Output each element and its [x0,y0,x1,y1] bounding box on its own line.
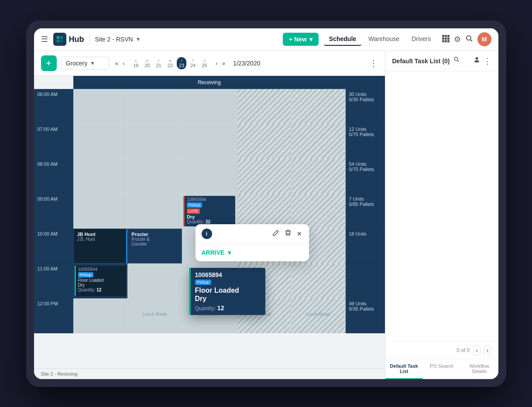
task-search-icon[interactable] [453,56,460,66]
pagination-next-button[interactable]: › [484,345,491,355]
svg-line-14 [470,40,472,41]
svg-rect-12 [447,40,450,42]
new-button-chevron-icon: ▾ [309,36,312,43]
event-id: 10865894 [187,197,233,202]
calendar-nav-next: › » [214,59,227,68]
day-pill-sat[interactable]: s 25 [199,57,209,69]
nav-prev-button[interactable]: ‹ [121,59,127,68]
cell-0900-col3[interactable]: 10865894 Pickup LATE Dry Quantity: 22 [182,194,237,229]
cell-0700-col3[interactable] [182,124,237,159]
pagination-prev-button[interactable]: ‹ [473,345,481,355]
cell-0800-col2[interactable] [127,159,182,194]
task-filter-icon[interactable] [463,56,470,66]
tab-schedule[interactable]: Schedule [324,33,361,46]
cell-0900-col1[interactable] [73,194,128,229]
svg-rect-2 [57,40,59,42]
cell-0600-col3[interactable] [182,89,237,124]
popup-edit-icon[interactable] [271,229,280,239]
add-event-button[interactable]: + [41,55,57,71]
info-1000: 18 Units [346,229,385,263]
cell-1000-col2[interactable]: Procter Procter & Gamble [127,229,182,263]
cell-0900-col4[interactable] [237,194,291,229]
event-qty: Quantity: 22 [187,219,233,224]
toolbar-more-icon[interactable]: ⋮ [369,58,378,68]
day-pill-mon[interactable]: m 20 [142,57,152,69]
tab-drivers[interactable]: Drivers [406,33,436,46]
cell-1100-col5[interactable] [291,263,346,298]
day-pill-wed[interactable]: w 22 [165,57,175,69]
cell-0800-col3[interactable] [182,159,237,194]
cell-0800-col4[interactable] [237,159,291,194]
cell-0700-col2[interactable] [127,124,182,159]
app-window: ☰ Hub Site 2 - RSVN ▼ + New [34,28,498,379]
category-label: Grocery [66,60,88,67]
menu-icon[interactable]: ☰ [41,34,48,44]
cell-0600-col2[interactable] [127,89,182,124]
tab-workflow-details[interactable]: Workflow Details [460,359,498,379]
time-1200: 12:00 PM [34,298,73,333]
cell-1100-col1[interactable]: 10065844 Pickup Floor Loaded Dry Quantit… [73,263,128,298]
tab-default-task-list[interactable]: Default Task List [385,359,423,379]
cell-1100-col2[interactable] [127,263,182,298]
event-procter[interactable]: Procter Procter & Gamble [128,229,182,263]
header-nav-tabs: Schedule Warehouse Drivers [324,33,436,46]
popup-delete-icon[interactable] [284,229,292,239]
cell-0800-col1[interactable] [73,159,128,194]
arrive-label: ARRIVE [202,249,225,256]
day-pill-fri[interactable]: f 24 [188,57,198,69]
svg-point-17 [475,57,478,60]
nav-next-button[interactable]: › [214,59,220,68]
cell-0700-col1[interactable] [73,124,128,159]
cell-0600-col5[interactable] [291,89,346,124]
event-title: Dry [187,214,233,219]
selected-date: 1/23/2020 [233,60,260,67]
cell-1200-col5[interactable]: Lunch Break [291,298,346,333]
nav-last-button[interactable]: » [220,59,227,68]
user-avatar[interactable]: M [477,32,491,46]
new-button[interactable]: + New ▾ [283,33,319,46]
svg-rect-8 [445,38,447,40]
day-pill-thu[interactable]: t 23 [177,57,186,69]
day-pill-tue[interactable]: t 21 [154,57,163,69]
cell-1200-col2[interactable]: Lunch Break [127,298,182,333]
search-icon[interactable] [465,34,473,44]
event-type-badge: Pickup [187,202,202,208]
svg-rect-11 [445,40,447,42]
task-more-icon[interactable]: ⋮ [484,56,491,66]
svg-rect-5 [445,35,447,37]
cell-0600-col1[interactable] [73,89,128,124]
svg-point-15 [454,57,458,61]
cell-1000-col1[interactable]: JB Hunt J.B. Hunt [73,229,128,263]
cell-0800-col5[interactable] [291,159,346,194]
day-pill-sun[interactable]: s 19 [131,57,141,69]
arrive-button[interactable]: ARRIVE ▾ [202,249,303,256]
cal-header-right [346,76,385,89]
cell-0600-col4[interactable] [237,89,291,124]
event-jbhunt[interactable]: JB Hunt J.B. Hunt [74,229,127,263]
grid-icon[interactable] [442,34,450,44]
popup-close-icon[interactable]: ✕ [296,229,303,238]
category-selector[interactable]: Grocery ▼ [61,57,109,70]
cell-0700-col5[interactable] [291,124,346,159]
nav-first-button[interactable]: « [113,59,120,68]
cell-0900-col2[interactable] [127,194,182,229]
cell-0900-col5[interactable] [291,194,346,229]
task-person-icon[interactable] [474,56,480,66]
svg-rect-7 [442,38,444,40]
card-qty: Quantity: 12 [195,304,261,311]
new-button-label: + New [289,36,307,43]
cell-1200-col1[interactable] [73,298,128,333]
settings-icon[interactable]: ⚙ [454,34,461,44]
right-panel-tabs: Default Task List PO Search Workflow Det… [385,359,498,379]
tab-warehouse[interactable]: Warehouse [363,33,405,46]
event-detail-card[interactable]: 10065894 Pickup Floor LoadedDry Quantity… [189,268,265,315]
popup-toolbar: i [196,224,309,244]
svg-line-16 [457,60,459,62]
task-list-body [385,72,498,342]
tab-po-search[interactable]: PO Search [423,359,460,379]
site-selector[interactable]: Site 2 - RSVN ▼ [95,36,141,43]
event-1100[interactable]: 10065844 Pickup Floor Loaded Dry Quantit… [75,266,127,296]
event-0900[interactable]: 10865894 Pickup LATE Dry Quantity: 22 [183,196,235,226]
cell-0700-col4[interactable] [237,124,291,159]
time-0700: 07:00 AM [34,124,73,159]
